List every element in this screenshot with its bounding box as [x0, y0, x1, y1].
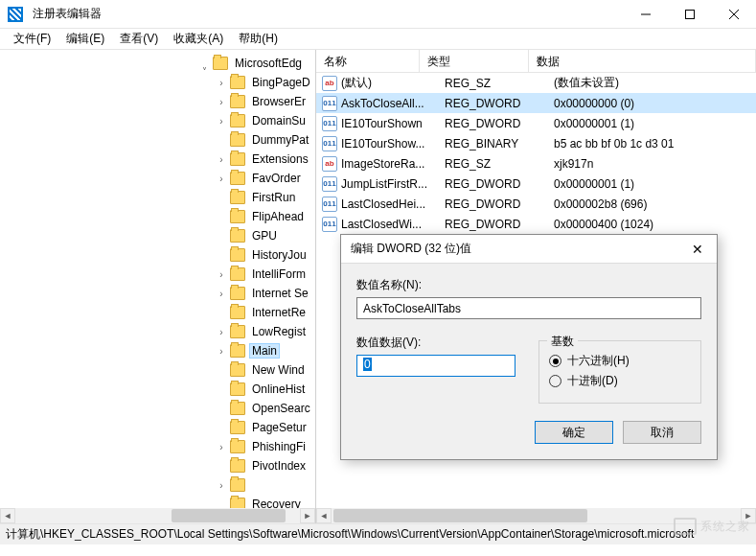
chevron-down-icon[interactable]: ˬ	[197, 57, 211, 70]
tree-item[interactable]: ›Recovery	[0, 495, 315, 508]
cell-data: 0x000002b8 (696)	[554, 197, 756, 211]
minimize-button[interactable]	[624, 0, 668, 29]
scroll-left-icon[interactable]: ◄	[0, 508, 15, 523]
radix-hex-radio[interactable]: 十六进制(H)	[549, 353, 691, 369]
value-data-field[interactable]: 0	[356, 355, 515, 377]
cell-data: 0x00000001 (1)	[554, 177, 756, 191]
cell-name: IE10TourShown	[341, 117, 445, 130]
list-row[interactable]: 011LastClosedWi...REG_DWORD0x00000400 (1…	[316, 214, 756, 234]
scroll-track[interactable]	[332, 508, 741, 523]
list-row[interactable]: 011LastClosedHei...REG_DWORD0x000002b8 (…	[316, 194, 756, 214]
scroll-track[interactable]	[15, 508, 300, 523]
edit-dword-dialog: 编辑 DWORD (32 位)值 ✕ 数值名称(N): 数值数据(V): 0 基…	[340, 234, 718, 460]
scroll-left-icon[interactable]: ◄	[316, 508, 332, 523]
chevron-right-icon[interactable]: ›	[215, 287, 228, 300]
menu-view[interactable]: 查看(V)	[112, 29, 166, 49]
tree-item-label: PhishingFi	[249, 439, 309, 454]
tree-item[interactable]: ›	[0, 475, 315, 495]
tree-item[interactable]: ›BrowserEr	[0, 92, 315, 111]
tree-item[interactable]: ›IntelliForm	[0, 265, 315, 284]
list-view[interactable]: ab(默认)REG_SZ(数值未设置)011AskToCloseAll...RE…	[316, 73, 756, 234]
tree-item-label: BrowserEr	[249, 94, 309, 109]
ok-button[interactable]: 确定	[535, 421, 613, 444]
tree-root-item[interactable]: ˬ MicrosoftEdg	[0, 54, 315, 73]
scroll-right-icon[interactable]: ►	[741, 508, 756, 523]
tree-item[interactable]: ›GPU	[0, 226, 315, 245]
tree-item[interactable]: ›BingPageD	[0, 73, 315, 92]
chevron-right-icon[interactable]: ›	[215, 344, 228, 358]
tree-item-label: Main	[249, 343, 280, 359]
radio-label: 十六进制(H)	[567, 353, 630, 369]
col-type[interactable]: 类型	[420, 50, 529, 72]
value-name-field[interactable]	[356, 297, 701, 319]
list-row[interactable]: ab(默认)REG_SZ(数值未设置)	[316, 73, 756, 93]
list-header: 名称 类型 数据	[316, 50, 756, 73]
list-row[interactable]: 011IE10TourShow...REG_BINARYb5 ac bb bf …	[316, 133, 756, 153]
scroll-thumb[interactable]	[333, 509, 587, 522]
tree-item[interactable]: ›FlipAhead	[0, 207, 315, 226]
tree-item[interactable]: ›FirstRun	[0, 188, 315, 207]
chevron-right-icon[interactable]: ›	[215, 172, 228, 185]
tree-view[interactable]: ˬ MicrosoftEdg ›BingPageD›BrowserEr›Doma…	[0, 50, 315, 508]
radix-dec-radio[interactable]: 十进制(D)	[549, 373, 691, 389]
menu-favorites[interactable]: 收藏夹(A)	[166, 29, 231, 49]
tree-item[interactable]: ›OnlineHist	[0, 380, 315, 399]
maximize-button[interactable]	[668, 0, 712, 29]
folder-icon	[230, 344, 245, 358]
menu-file[interactable]: 文件(F)	[6, 29, 58, 49]
cell-data: 0x00000001 (1)	[554, 117, 756, 130]
chevron-right-icon[interactable]: ›	[215, 267, 228, 281]
list-row[interactable]: 011JumpListFirstR...REG_DWORD0x00000001 …	[316, 174, 756, 194]
binary-value-icon: 011	[322, 197, 337, 212]
tree-item[interactable]: ›HistoryJou	[0, 245, 315, 265]
tree-item[interactable]: ›InternetRe	[0, 303, 315, 322]
cancel-button[interactable]: 取消	[623, 421, 701, 444]
cell-type: REG_BINARY	[445, 137, 554, 151]
dialog-titlebar[interactable]: 编辑 DWORD (32 位)值 ✕	[341, 235, 717, 264]
chevron-right-icon[interactable]: ›	[215, 152, 228, 166]
chevron-right-icon[interactable]: ›	[215, 478, 228, 492]
menu-help[interactable]: 帮助(H)	[231, 29, 286, 49]
tree-item[interactable]: ›DummyPat	[0, 130, 315, 150]
folder-icon	[230, 267, 245, 281]
window-title: 注册表编辑器	[31, 6, 102, 22]
tree-item[interactable]: ›FavOrder	[0, 169, 315, 188]
tree-item-label: DomainSu	[249, 113, 309, 128]
chevron-right-icon[interactable]: ›	[215, 95, 228, 108]
tree-item[interactable]: ›PhishingFi	[0, 437, 315, 456]
chevron-right-icon[interactable]: ›	[215, 440, 228, 453]
dialog-close-button[interactable]: ✕	[678, 235, 717, 264]
cell-data: xjk917n	[554, 157, 756, 171]
binary-value-icon: 011	[322, 116, 337, 131]
binary-value-icon: 011	[322, 136, 337, 151]
close-button[interactable]	[712, 0, 756, 29]
col-name[interactable]: 名称	[316, 50, 420, 72]
list-hscrollbar[interactable]: ◄ ►	[316, 508, 756, 523]
tree-item[interactable]: ›DomainSu	[0, 111, 315, 130]
tree-item[interactable]: ›Extensions	[0, 150, 315, 169]
col-data[interactable]: 数据	[529, 50, 756, 72]
tree-item[interactable]: ›OpenSearc	[0, 399, 315, 418]
tree-item[interactable]: ›LowRegist	[0, 322, 315, 341]
scroll-right-icon[interactable]: ►	[300, 508, 315, 523]
chevron-right-icon[interactable]: ›	[215, 114, 228, 127]
chevron-right-icon[interactable]: ›	[215, 325, 228, 338]
menu-edit[interactable]: 编辑(E)	[58, 29, 112, 49]
value-data-selection: 0	[363, 358, 372, 371]
list-row[interactable]: 011IE10TourShownREG_DWORD0x00000001 (1)	[316, 113, 756, 133]
menubar: 文件(F) 编辑(E) 查看(V) 收藏夹(A) 帮助(H)	[0, 29, 756, 50]
chevron-right-icon[interactable]: ›	[215, 76, 228, 89]
tree-hscrollbar[interactable]: ◄ ►	[0, 508, 315, 523]
dialog-title: 编辑 DWORD (32 位)值	[351, 241, 471, 257]
tree-item-label: FirstRun	[249, 190, 298, 205]
list-row[interactable]: 011AskToCloseAll...REG_DWORD0x00000000 (…	[316, 93, 756, 113]
tree-item[interactable]: ›PageSetur	[0, 418, 315, 437]
tree-item[interactable]: ›PivotIndex	[0, 456, 315, 475]
tree-item[interactable]: ›Internet Se	[0, 284, 315, 303]
tree-item-label: Internet Se	[249, 286, 311, 301]
list-row[interactable]: abImageStoreRa...REG_SZxjk917n	[316, 153, 756, 174]
tree-item[interactable]: ›New Wind	[0, 360, 315, 380]
tree-item[interactable]: ›Main	[0, 341, 315, 360]
cell-type: REG_SZ	[445, 77, 554, 90]
scroll-thumb[interactable]	[172, 509, 286, 522]
